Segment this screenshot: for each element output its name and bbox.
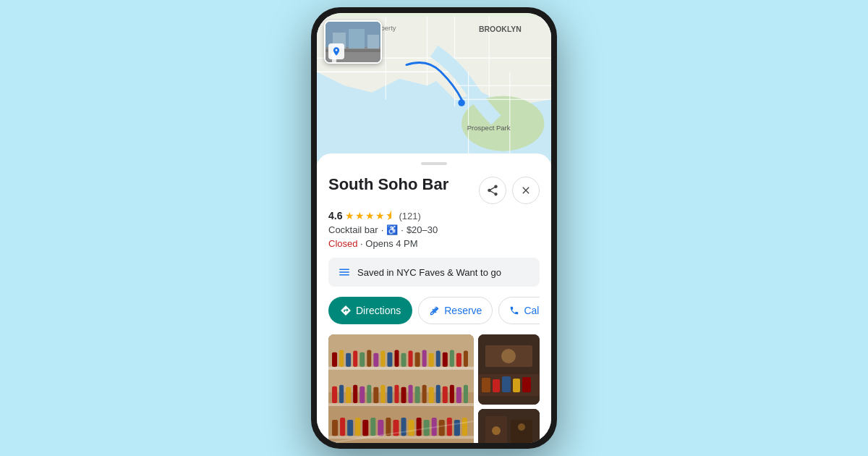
call-label: Call bbox=[524, 305, 540, 316]
svg-rect-45 bbox=[422, 350, 427, 367]
svg-rect-39 bbox=[380, 351, 385, 367]
review-count[interactable]: (121) bbox=[399, 211, 420, 221]
svg-rect-54 bbox=[346, 387, 351, 403]
svg-point-101 bbox=[501, 349, 516, 363]
wheelchair-icon: ♿ bbox=[386, 224, 398, 235]
side-photo-bottom[interactable]: 22 days ago bbox=[478, 409, 540, 443]
saved-row: Saved in NYC Faves & Want to go bbox=[328, 258, 540, 287]
svg-rect-72 bbox=[332, 420, 338, 436]
close-button[interactable] bbox=[512, 177, 540, 204]
svg-rect-87 bbox=[447, 418, 452, 436]
svg-rect-38 bbox=[373, 353, 378, 367]
svg-rect-83 bbox=[417, 418, 422, 436]
svg-rect-41 bbox=[394, 350, 399, 367]
header-actions bbox=[479, 177, 540, 204]
svg-rect-29 bbox=[328, 403, 474, 406]
svg-rect-52 bbox=[332, 387, 337, 403]
svg-rect-102 bbox=[482, 378, 490, 392]
star-4: ★ bbox=[375, 210, 385, 221]
svg-point-112 bbox=[518, 423, 525, 431]
main-photo[interactable] bbox=[328, 334, 474, 443]
dot-separator-2: · bbox=[401, 224, 404, 235]
side-photo-top[interactable] bbox=[478, 334, 540, 405]
status-row: Closed · Opens 4 PM bbox=[328, 238, 540, 249]
svg-point-14 bbox=[458, 99, 465, 106]
category: Cocktail bar bbox=[328, 224, 378, 235]
svg-rect-61 bbox=[394, 385, 399, 403]
svg-rect-81 bbox=[401, 418, 407, 436]
photos-area[interactable]: 22 days ago bbox=[328, 334, 540, 443]
svg-rect-69 bbox=[450, 385, 454, 403]
reserve-label: Reserve bbox=[444, 305, 482, 316]
map-area[interactable]: Liberty BROOKLYN Prospect Park bbox=[317, 13, 551, 165]
rating-row: 4.6 ★ ★ ★ ★ ⯨ (121) bbox=[328, 210, 540, 221]
directions-label: Directions bbox=[356, 305, 401, 316]
svg-point-111 bbox=[492, 426, 501, 435]
svg-rect-74 bbox=[347, 420, 353, 436]
svg-rect-48 bbox=[443, 352, 448, 367]
svg-rect-65 bbox=[422, 385, 427, 403]
svg-rect-76 bbox=[362, 420, 368, 436]
dot-separator-1: · bbox=[381, 224, 384, 235]
saved-lists-icon bbox=[337, 265, 352, 279]
opens-label: Opens 4 PM bbox=[365, 238, 417, 249]
phone-frame: Liberty BROOKLYN Prospect Park bbox=[311, 7, 557, 449]
share-button[interactable] bbox=[479, 177, 506, 204]
star-3: ★ bbox=[365, 210, 375, 221]
phone-screen: Liberty BROOKLYN Prospect Park bbox=[317, 13, 551, 443]
svg-rect-56 bbox=[359, 387, 365, 403]
svg-rect-64 bbox=[415, 387, 420, 403]
drag-handle[interactable] bbox=[421, 162, 447, 165]
svg-rect-77 bbox=[370, 418, 375, 436]
price-range: $20–30 bbox=[407, 224, 438, 235]
star-1: ★ bbox=[345, 210, 354, 221]
svg-rect-53 bbox=[339, 385, 344, 403]
svg-rect-66 bbox=[429, 387, 434, 403]
svg-rect-21 bbox=[349, 29, 365, 48]
directions-button[interactable]: Directions bbox=[328, 297, 412, 324]
place-card: South Soho Bar 4.6 bbox=[317, 153, 551, 443]
call-button[interactable]: Call bbox=[498, 297, 540, 324]
svg-rect-33 bbox=[339, 350, 344, 367]
svg-rect-62 bbox=[401, 387, 407, 403]
place-header: South Soho Bar bbox=[328, 175, 540, 204]
svg-rect-22 bbox=[367, 35, 379, 48]
details-row: Cocktail bar · ♿ · $20–30 bbox=[328, 224, 540, 235]
svg-rect-105 bbox=[513, 379, 520, 392]
stars: ★ ★ ★ ★ ⯨ bbox=[345, 210, 396, 221]
svg-rect-78 bbox=[378, 420, 383, 436]
svg-text:Prospect Park: Prospect Park bbox=[467, 124, 511, 132]
street-view-icon bbox=[328, 43, 344, 59]
svg-rect-104 bbox=[502, 376, 511, 392]
svg-rect-49 bbox=[450, 350, 454, 367]
svg-rect-86 bbox=[439, 420, 445, 436]
svg-rect-73 bbox=[340, 418, 345, 436]
reserve-button[interactable]: Reserve bbox=[418, 297, 493, 324]
svg-rect-110 bbox=[511, 420, 532, 443]
star-2: ★ bbox=[355, 210, 365, 221]
svg-rect-67 bbox=[436, 385, 441, 403]
actions-row: Directions Reserve Call bbox=[328, 297, 540, 324]
street-view-thumbnail[interactable] bbox=[324, 20, 382, 64]
svg-rect-55 bbox=[353, 385, 357, 403]
svg-text:BROOKLYN: BROOKLYN bbox=[479, 25, 522, 33]
svg-rect-47 bbox=[436, 351, 441, 367]
side-photos: 22 days ago bbox=[478, 334, 540, 443]
svg-rect-70 bbox=[456, 387, 461, 403]
svg-rect-89 bbox=[462, 418, 467, 436]
rating-number: 4.6 bbox=[328, 210, 342, 221]
svg-rect-42 bbox=[401, 353, 407, 367]
place-name: South Soho Bar bbox=[328, 175, 479, 194]
svg-rect-30 bbox=[328, 436, 474, 439]
svg-rect-88 bbox=[454, 420, 460, 436]
svg-rect-46 bbox=[429, 353, 434, 367]
svg-rect-50 bbox=[456, 353, 461, 367]
star-half: ⯨ bbox=[386, 210, 396, 221]
saved-text: Saved in NYC Faves & Want to go bbox=[357, 267, 501, 278]
svg-rect-71 bbox=[464, 385, 468, 403]
closed-status: Closed bbox=[328, 238, 357, 249]
svg-rect-68 bbox=[443, 387, 448, 403]
svg-rect-34 bbox=[346, 353, 351, 367]
svg-rect-63 bbox=[409, 385, 413, 403]
svg-rect-59 bbox=[380, 385, 385, 403]
